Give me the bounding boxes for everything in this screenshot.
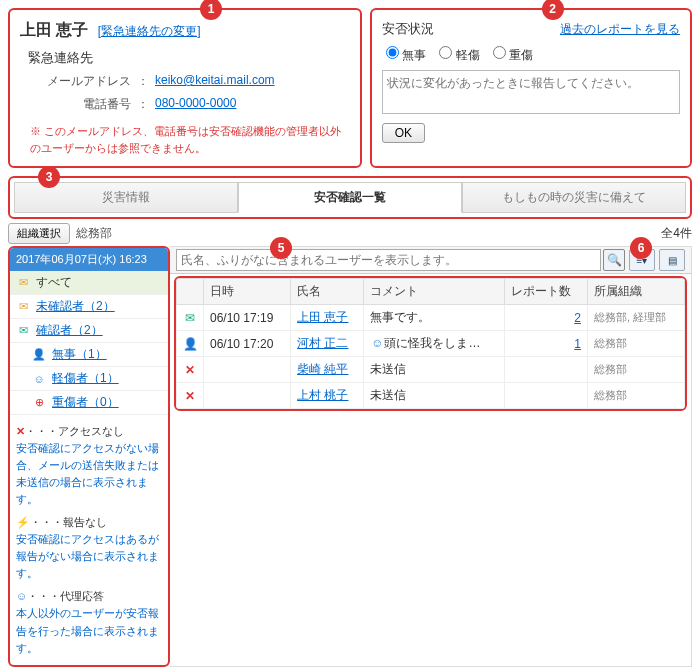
col-datetime[interactable]: 日時 [204, 279, 291, 305]
cell-org: 総務部 [587, 331, 684, 357]
content-area: 5 6 🔍 ≡▾ ▤ 日時 氏名 コメント レポート数 所属組織 [170, 246, 692, 667]
cell-comment: 未送信 [364, 357, 504, 383]
col-comment[interactable]: コメント [364, 279, 504, 305]
status-textarea[interactable] [382, 70, 680, 114]
table-row[interactable]: 👤06/10 17:20河村 正二☺頭に怪我をしま…1総務部 [177, 331, 685, 357]
email-value[interactable]: keiko@keitai.mail.com [155, 73, 275, 90]
face-icon: ☺ [370, 336, 384, 350]
results-table: 日時 氏名 コメント レポート数 所属組織 ✉06/10 17:19上田 恵子無… [176, 278, 685, 409]
table-row[interactable]: ✕上村 桃子未送信総務部 [177, 383, 685, 409]
callout-badge-3: 3 [38, 166, 60, 188]
sidebar-item-safe[interactable]: 👤 無事（1） [10, 343, 168, 367]
cell-name-link[interactable]: 柴崎 純平 [297, 362, 348, 376]
sidebar: 2017年06月07日(水) 16:23 ✉ すべて ✉ 未確認者（2） ✉ 確… [8, 246, 170, 667]
serious-injury-icon: ⊕ [32, 396, 46, 410]
phone-label: 電話番号 [36, 96, 131, 113]
cell-name-link[interactable]: 河村 正二 [297, 336, 348, 350]
user-name: 上田 恵子 [20, 20, 88, 41]
callout-badge-1: 1 [200, 0, 222, 20]
x-icon: ✕ [183, 389, 197, 403]
radio-minor[interactable]: 軽傷 [439, 48, 479, 62]
sidebar-item-minor[interactable]: ☺ 軽傷者（1） [10, 367, 168, 391]
cell-name-link[interactable]: 上田 恵子 [297, 310, 348, 324]
org-select-button[interactable]: 組織選択 [8, 223, 70, 244]
detail-icon: ▤ [668, 255, 677, 266]
cell-reports-link[interactable]: 2 [574, 311, 581, 325]
callout-badge-6: 6 [630, 237, 652, 259]
status-panel: 2 安否状況 過去のレポートを見る 無事 軽傷 重傷 OK [370, 8, 692, 168]
mail-icon: ✉ [16, 300, 30, 314]
cell-org: 総務部 [587, 383, 684, 409]
emergency-contact-heading: 緊急連絡先 [28, 49, 350, 67]
status-title: 安否状況 [382, 20, 434, 38]
sidebar-item-all[interactable]: ✉ すべて [10, 271, 168, 295]
cell-comment: 無事です。 [364, 305, 504, 331]
cell-org: 総務部 [587, 357, 684, 383]
mail-icon: ✉ [16, 276, 30, 290]
privacy-note: ※ このメールアドレス、電話番号は安否確認機能の管理者以外のユーザーからは参照で… [30, 123, 348, 156]
callout-badge-5: 5 [270, 237, 292, 259]
callout-badge-2: 2 [542, 0, 564, 20]
total-count-top: 全4件 [661, 225, 692, 242]
cell-datetime: 06/10 17:20 [204, 331, 291, 357]
table-row[interactable]: ✕柴崎 純平未送信総務部 [177, 357, 685, 383]
status-radio-group: 無事 軽傷 重傷 [386, 46, 680, 64]
ok-button[interactable]: OK [382, 123, 425, 143]
col-name[interactable]: 氏名 [291, 279, 364, 305]
past-reports-link[interactable]: 過去のレポートを見る [560, 21, 680, 38]
minor-injury-icon: ☺ [32, 372, 46, 386]
user-info-panel: 1 上田 恵子 [緊急連絡先の変更] 緊急連絡先 メールアドレス ： keiko… [8, 8, 362, 168]
cell-comment: ☺頭に怪我をしま… [364, 331, 504, 357]
phone-value[interactable]: 080-0000-0000 [155, 96, 236, 113]
cell-comment: 未送信 [364, 383, 504, 409]
cell-reports-link[interactable]: 1 [574, 337, 581, 351]
email-label: メールアドレス [36, 73, 131, 90]
org-name: 総務部 [76, 225, 112, 242]
x-icon: ✕ [16, 425, 25, 437]
person-icon: 👤 [183, 337, 197, 351]
tabs: 3 災害情報 安否確認一覧 もしもの時の災害に備えて [8, 176, 692, 219]
tab-preparedness[interactable]: もしもの時の災害に備えて [462, 182, 686, 213]
cell-datetime [204, 383, 291, 409]
cell-org: 総務部, 経理部 [587, 305, 684, 331]
bolt-icon: ⚡ [16, 516, 30, 528]
radio-safe[interactable]: 無事 [386, 48, 426, 62]
x-icon: ✕ [183, 363, 197, 377]
cell-datetime: 06/10 17:19 [204, 305, 291, 331]
legend: ✕・・・アクセスなし 安否確認にアクセスがない場合、メールの送信失敗または未送信… [10, 415, 168, 665]
proxy-icon: ☺ [16, 590, 27, 602]
detail-toggle-button[interactable]: ▤ [659, 249, 685, 271]
col-reports[interactable]: レポート数 [504, 279, 587, 305]
cell-name-link[interactable]: 上村 桃子 [297, 388, 348, 402]
sidebar-timestamp: 2017年06月07日(水) 16:23 [10, 248, 168, 271]
sidebar-item-unconfirmed[interactable]: ✉ 未確認者（2） [10, 295, 168, 319]
col-org[interactable]: 所属組織 [587, 279, 684, 305]
sidebar-item-serious[interactable]: ⊕ 重傷者（0） [10, 391, 168, 415]
sidebar-item-confirmed[interactable]: ✉ 確認者（2） [10, 319, 168, 343]
table-row[interactable]: ✉06/10 17:19上田 恵子無事です。2総務部, 経理部 [177, 305, 685, 331]
search-input[interactable] [176, 249, 601, 271]
mail-check-icon: ✉ [183, 311, 197, 325]
change-contact-link[interactable]: [緊急連絡先の変更] [98, 24, 201, 38]
cell-datetime [204, 357, 291, 383]
radio-serious[interactable]: 重傷 [493, 48, 533, 62]
tab-safety-list[interactable]: 安否確認一覧 [238, 182, 462, 213]
search-button[interactable]: 🔍 [603, 249, 625, 271]
person-icon: 👤 [32, 348, 46, 362]
search-icon: 🔍 [607, 253, 622, 267]
mail-check-icon: ✉ [16, 324, 30, 338]
